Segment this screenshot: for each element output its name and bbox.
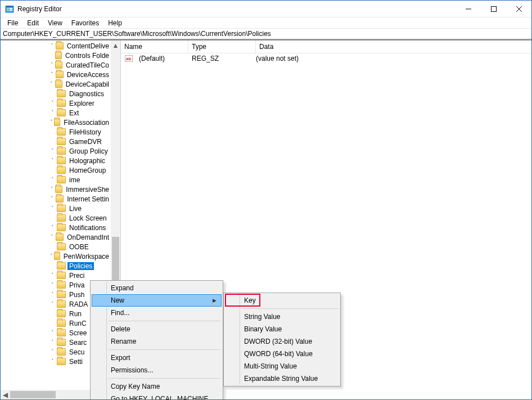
expand-chevron-icon[interactable]: ˃ (49, 149, 56, 154)
sub-multistring-value[interactable]: Multi-String Value (225, 360, 339, 372)
value-row-default[interactable]: ab (Default) REG_SZ (value not set) (121, 53, 531, 64)
expand-chevron-icon[interactable]: ˃ (49, 206, 56, 211)
expand-chevron-icon[interactable]: ˃ (49, 302, 56, 307)
expand-chevron-icon[interactable]: ˃ (49, 72, 55, 77)
tree-item[interactable]: ˃DeviceAccess (1, 70, 111, 79)
sub-expandable-string-value[interactable]: Expandable String Value (225, 372, 339, 385)
tree-item[interactable]: ˃ImmersiveShe (1, 185, 111, 194)
tree-item[interactable]: FileHistory (1, 127, 111, 137)
tree-item[interactable]: GameDVR (1, 137, 111, 146)
expand-chevron-icon[interactable]: ˃ (49, 225, 56, 230)
tree-item[interactable]: ˃Ext (1, 108, 111, 118)
ctx-expand[interactable]: Expand (92, 282, 222, 294)
tree-item-label: Priva (67, 281, 86, 289)
expand-chevron-icon[interactable]: ˃ (49, 158, 56, 163)
expand-chevron-icon[interactable]: ˃ (49, 273, 56, 278)
sub-dword-value[interactable]: DWORD (32-bit) Value (225, 335, 339, 348)
hscroll-thumb[interactable] (10, 391, 56, 398)
ctx-permissions[interactable]: Permissions... (92, 364, 222, 376)
tree-item[interactable]: ˃Holographic (1, 156, 111, 165)
folder-icon (57, 167, 66, 174)
menu-file[interactable]: File (3, 18, 22, 28)
minimize-button[interactable] (456, 1, 481, 17)
tree-item[interactable]: ˃Group Policy (1, 146, 111, 156)
expand-chevron-icon[interactable]: ˃ (49, 292, 56, 297)
expand-chevron-icon[interactable]: ˃ (49, 43, 55, 48)
expand-chevron-icon[interactable]: ˃ (49, 120, 53, 125)
ctx-rename[interactable]: Rename (92, 335, 222, 348)
expand-chevron-icon[interactable]: ˃ (49, 177, 56, 182)
expand-chevron-icon[interactable]: ˃ (49, 196, 55, 201)
tree-item[interactable]: ˃ContentDelive (1, 41, 111, 51)
scroll-left-icon[interactable]: ◀ (1, 390, 10, 399)
folder-icon (57, 128, 66, 136)
tree-item-label: HomeGroup (67, 167, 107, 174)
expand-chevron-icon[interactable]: ˃ (49, 82, 55, 87)
expand-chevron-icon[interactable]: ˃ (49, 101, 56, 106)
menu-edit[interactable]: Edit (22, 18, 43, 28)
sub-binary-value[interactable]: Binary Value (225, 323, 339, 335)
tree-item[interactable]: ˃CuratedTileCo (1, 60, 111, 70)
tree-item[interactable]: ˃Explorer (1, 98, 111, 108)
folder-icon (57, 310, 66, 317)
expand-chevron-icon[interactable]: ˃ (49, 340, 56, 345)
tree-item-label: GameDVR (67, 138, 103, 146)
menu-help[interactable]: Help (103, 18, 127, 28)
tree-item-label: RunC (67, 320, 88, 327)
window-title: Registry Editor (17, 5, 62, 13)
folder-icon (57, 291, 66, 298)
tree-item-label: Secu (67, 348, 86, 356)
expand-chevron-icon[interactable]: ˃ (49, 330, 56, 335)
tree-item-label: PenWorkspace (62, 253, 111, 260)
expand-chevron-icon[interactable]: ˃ (49, 187, 55, 192)
tree-item[interactable]: Lock Screen (1, 213, 111, 223)
tree-item[interactable]: ˃DeviceCapabil (1, 79, 111, 89)
expand-chevron-icon[interactable]: ˃ (49, 282, 56, 287)
menu-favorites[interactable]: Favorites (67, 18, 103, 28)
sub-qword-value[interactable]: QWORD (64-bit) Value (225, 348, 339, 360)
maximize-button[interactable] (481, 1, 506, 17)
expand-chevron-icon[interactable]: ˃ (49, 254, 53, 259)
folder-icon (57, 339, 66, 346)
tree-item[interactable]: HomeGroup (1, 165, 111, 175)
sub-string-value[interactable]: String Value (225, 311, 339, 323)
tree-item[interactable]: Policies (1, 261, 111, 271)
tree-item[interactable]: ˃FileAssociation (1, 118, 111, 127)
tree-item[interactable]: ˃Live (1, 204, 111, 213)
tree-item-label: CuratedTileCo (64, 61, 111, 69)
menu-view[interactable]: View (43, 18, 67, 28)
tree-item-label: Lock Screen (67, 214, 109, 222)
close-button[interactable] (506, 1, 531, 17)
scroll-up-icon[interactable]: ▲ (111, 41, 120, 50)
tree-item-label: Controls Folde (64, 52, 111, 60)
expand-chevron-icon[interactable]: ˃ (49, 349, 56, 354)
ctx-new[interactable]: New ▶ (92, 294, 222, 307)
tree-item-label: Policies (67, 262, 94, 270)
expand-chevron-icon[interactable]: ˃ (49, 62, 55, 68)
column-name[interactable]: Name (121, 41, 188, 53)
address-bar[interactable]: Computer\HKEY_CURRENT_USER\Software\Micr… (1, 29, 531, 39)
tree-item[interactable]: OOBE (1, 242, 111, 251)
tree-item[interactable]: ˃Internet Settin (1, 194, 111, 204)
column-type[interactable]: Type (188, 41, 256, 53)
ctx-delete[interactable]: Delete (92, 323, 222, 335)
tree-item[interactable]: Controls Folde (1, 51, 111, 60)
ctx-goto-hklm[interactable]: Go to HKEY_LOCAL_MACHINE (92, 393, 222, 400)
expand-chevron-icon[interactable]: ˃ (49, 110, 56, 115)
tree-item[interactable]: ˃Notifications (1, 223, 111, 232)
column-data[interactable]: Data (256, 41, 531, 53)
tree-item[interactable]: ˃Preci (1, 271, 111, 280)
ctx-separator (109, 349, 220, 350)
expand-chevron-icon[interactable]: ˃ (49, 235, 55, 240)
tree-item[interactable]: ˃PenWorkspace (1, 251, 111, 261)
regedit-window: Registry Editor File Edit View Favorites… (0, 0, 532, 400)
expand-chevron-icon[interactable]: ˃ (49, 359, 56, 364)
ctx-find[interactable]: Find... (92, 307, 222, 319)
ctx-export[interactable]: Export (92, 352, 222, 364)
ctx-copy-key-name[interactable]: Copy Key Name (92, 380, 222, 393)
tree-item[interactable]: Diagnostics (1, 89, 111, 98)
tree-item[interactable]: ˃ime (1, 175, 111, 185)
tree-item[interactable]: ˃OnDemandInt (1, 232, 111, 242)
sub-key[interactable]: Key (225, 294, 339, 307)
folder-icon (55, 80, 62, 88)
